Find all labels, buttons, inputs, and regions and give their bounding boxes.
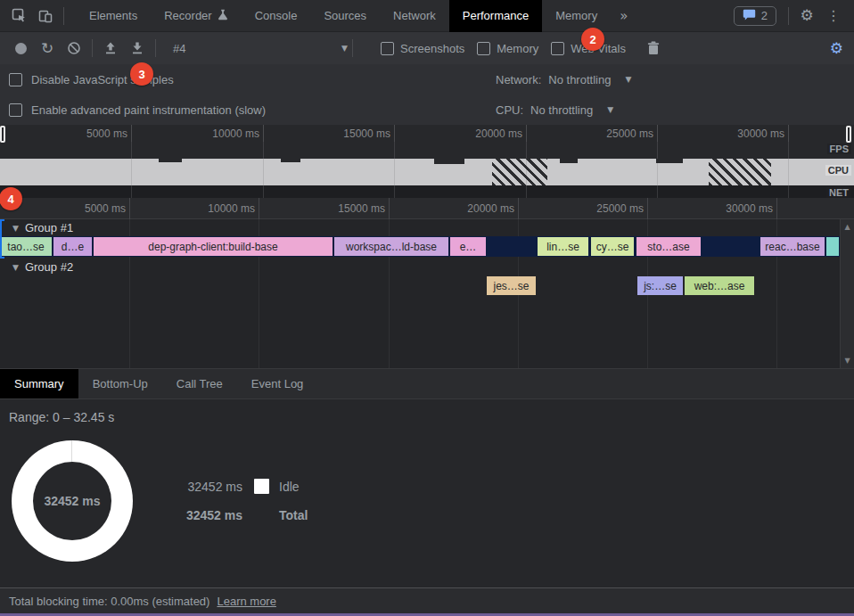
tab-recorder[interactable]: Recorder — [151, 0, 241, 32]
performance-toolbar: ↻ #4 ▼ ScreenshotsMemoryWeb Vitals ⚙ — [0, 32, 854, 64]
record-button[interactable] — [7, 36, 34, 61]
cpu-band-notch — [560, 159, 578, 163]
divider — [352, 39, 353, 57]
reload-and-record-button[interactable]: ↻ — [34, 36, 61, 61]
delete-recording-button[interactable] — [640, 36, 667, 61]
learn-more-link[interactable]: Learn more — [217, 595, 275, 608]
network-label: Network: — [496, 73, 541, 86]
checkbox-box[interactable] — [477, 42, 490, 55]
tick-line — [518, 198, 519, 219]
checkbox-screenshots[interactable]: Screenshots — [381, 42, 464, 55]
flame-bar[interactable]: e… — [450, 237, 486, 256]
load-profile-button[interactable] — [97, 36, 124, 61]
chevron-down-icon: ▼ — [607, 105, 613, 114]
checkbox-box[interactable] — [381, 42, 394, 55]
tab-call-tree[interactable]: Call Tree — [162, 369, 237, 398]
collapse-triangle-icon: ▼ — [12, 263, 19, 272]
group-label: Group #1 — [25, 221, 73, 234]
capture-settings-pane: Disable JavaScript samples Network: No t… — [0, 64, 854, 125]
checkbox-label: Screenshots — [400, 42, 464, 55]
flame-bar[interactable]: sto…ase — [636, 237, 701, 256]
device-toolbar-icon[interactable] — [32, 4, 59, 29]
flame-bar[interactable]: dep-graph-client:build-base — [94, 237, 333, 256]
more-options-icon[interactable]: ⋮ — [820, 4, 847, 29]
flame-bar[interactable] — [826, 237, 839, 256]
tick-line — [526, 125, 527, 142]
summary-donut-chart: 32452 ms — [12, 440, 133, 562]
tab-summary[interactable]: Summary — [0, 369, 78, 398]
settings-option-label: Enable advanced paint instrumentation (s… — [31, 103, 266, 117]
tab-sources[interactable]: Sources — [310, 0, 380, 32]
legend-idle-swatch — [254, 479, 269, 494]
devtools-tabbar: ElementsRecorderConsoleSourcesNetworkPer… — [0, 0, 854, 32]
flame-bar[interactable]: reac…base — [760, 237, 825, 256]
tick-line — [259, 198, 259, 219]
settings-row: Disable JavaScript samples Network: No t… — [0, 64, 854, 94]
overview-tick-label: 20000 ms — [449, 127, 522, 140]
flame-tick-label: 20000 ms — [441, 202, 514, 215]
flame-chart[interactable]: ▼ Group #1 tao…sed…edep-graph-client:bui… — [0, 198, 854, 368]
scroll-up-icon[interactable]: ▲ — [841, 223, 854, 231]
grid-line — [394, 142, 395, 198]
chevron-down-icon: ▼ — [625, 75, 631, 84]
divider — [92, 39, 93, 57]
save-profile-button[interactable] — [124, 36, 151, 61]
tab-bottom-up[interactable]: Bottom-Up — [78, 369, 162, 398]
flame-bar[interactable]: cy…se — [591, 237, 634, 256]
group-label: Group #2 — [25, 260, 73, 274]
tab-console[interactable]: Console — [242, 0, 311, 32]
annotation-badge-2[interactable]: 2 — [581, 28, 604, 51]
annotation-badge-4[interactable]: 4 — [0, 187, 22, 210]
cpu-band-notch — [656, 159, 683, 163]
overview-right-handle[interactable] — [846, 126, 851, 143]
tab-elements[interactable]: Elements — [76, 0, 151, 32]
annotation-badge-3[interactable]: 3 — [130, 62, 153, 86]
overview-tick-label: 5000 ms — [54, 127, 127, 140]
flame-bar[interactable]: tao…se — [0, 237, 52, 256]
vertical-scrollbar[interactable]: ▲ ▼ — [840, 219, 854, 368]
tab-memory[interactable]: Memory — [542, 0, 611, 32]
capture-settings-gear-icon[interactable]: ⚙ — [830, 41, 843, 56]
bottom-tabs: SummaryBottom-UpCall TreeEvent Log — [0, 368, 854, 399]
cpu-throttling-select[interactable]: CPU: No throttling ▼ — [496, 103, 613, 117]
settings-gear-icon[interactable]: ⚙ — [793, 4, 820, 29]
tick-line — [776, 198, 777, 219]
net-lane — [0, 185, 854, 198]
flame-bar[interactable]: web:…ase — [685, 276, 754, 295]
clear-button[interactable] — [61, 36, 87, 61]
overview-tick-label: 30000 ms — [711, 127, 784, 140]
legend-total-value: 32452 ms — [160, 508, 242, 522]
network-throttling-select[interactable]: Network: No throttling ▼ — [496, 73, 631, 86]
flame-bar[interactable]: jes…se — [487, 276, 536, 295]
inspect-icon[interactable] — [5, 4, 32, 29]
checkbox-disable-js-samples[interactable] — [9, 73, 22, 86]
chevron-down-icon: ▼ — [341, 44, 348, 53]
chat-icon — [743, 9, 756, 23]
flame-bar[interactable]: workspac…ld-base — [334, 237, 448, 256]
checkbox-box[interactable] — [551, 42, 564, 55]
flame-bar[interactable]: js:…se — [637, 276, 683, 295]
tick-line — [263, 125, 264, 142]
cpu-value: No throttling — [530, 103, 593, 117]
overview-tick-label: 15000 ms — [317, 127, 390, 140]
group-2-header[interactable]: ▼ Group #2 — [12, 260, 73, 274]
tab-performance[interactable]: Performance — [449, 0, 542, 32]
more-tabs-button[interactable]: » — [611, 0, 636, 32]
console-messages-button[interactable]: 2 — [734, 6, 776, 26]
history-select[interactable]: #4 ▼ — [173, 42, 348, 55]
group-1-header[interactable]: ▼ Group #1 — [12, 221, 73, 234]
scroll-down-icon[interactable]: ▼ — [841, 357, 854, 365]
overview-left-handle[interactable] — [0, 126, 5, 143]
flame-bar[interactable]: d…e — [53, 237, 92, 256]
grid-line — [263, 142, 264, 198]
tab-network[interactable]: Network — [380, 0, 449, 32]
tick-line — [647, 198, 648, 219]
checkbox-advanced-paint[interactable] — [9, 103, 22, 117]
selected-group-bracket — [0, 219, 4, 259]
checkbox-memory[interactable]: Memory — [477, 42, 538, 55]
grid-line — [788, 142, 789, 198]
timeline-overview[interactable]: FPS CPU NET 5000 ms10000 ms15000 ms20000… — [0, 125, 854, 198]
tab-event-log[interactable]: Event Log — [237, 369, 318, 398]
flame-bar[interactable]: lin…se — [538, 237, 588, 256]
tick-line — [788, 125, 789, 142]
